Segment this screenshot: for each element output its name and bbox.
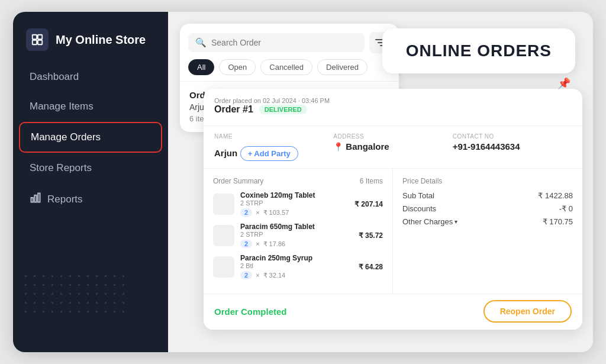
svg-rect-6: [38, 194, 40, 202]
x-icon-1: ×: [256, 240, 259, 247]
store-name: My Online Store: [56, 33, 146, 47]
pin-icon[interactable]: 📌: [557, 77, 570, 90]
svg-rect-1: [38, 35, 42, 39]
tab-cancelled[interactable]: Cancelled: [260, 59, 312, 75]
sidebar: My Online Store Dashboard Manage Items M…: [13, 12, 168, 352]
order-completed-text: Order Completed: [214, 307, 287, 317]
x-icon-0: ×: [256, 209, 259, 216]
unit-price-1: ₹ 17.86: [263, 240, 286, 248]
qty-badge-0: 2: [240, 208, 252, 217]
product-item-0: Coxineb 120mg Tablet 2 STRP 2 × ₹ 103.57…: [213, 191, 383, 217]
search-input[interactable]: [211, 38, 357, 47]
product-total-1: ₹ 35.72: [359, 231, 383, 240]
product-name-0: Coxineb 120mg Tablet: [240, 191, 349, 199]
sub-total-label: Sub Total: [402, 191, 434, 200]
product-info-1: Paracim 650mg Tablet 2 STRP 2 × ₹ 17.86: [240, 223, 353, 248]
price-details-section: Price Details Sub Total ₹ 1422.88 Discou…: [393, 169, 582, 294]
search-bar: 🔍: [180, 24, 399, 59]
product-total-0: ₹ 207.14: [354, 200, 383, 208]
store-reports-label: Store Reports: [30, 162, 92, 174]
product-sub-1: 2 STRP: [240, 231, 353, 238]
sub-total-row: Sub Total ₹ 1422.88: [402, 191, 573, 200]
product-item-1: Paracim 650mg Tablet 2 STRP 2 × ₹ 17.86 …: [213, 223, 383, 248]
tab-delivered[interactable]: Delivered: [317, 59, 368, 75]
sidebar-item-store-reports[interactable]: Store Reports: [19, 154, 162, 182]
manage-orders-label: Manage Orders: [31, 131, 101, 143]
info-address-value: Bangalore: [346, 141, 389, 152]
product-qty-price-1: 2 × ₹ 17.86: [240, 240, 353, 248]
bar-chart-icon: [30, 192, 41, 207]
online-orders-text: ONLINE ORDERS: [406, 41, 552, 60]
order-detail-card: Order placed on 02 Jul 2024 · 03:46 PM O…: [204, 89, 582, 330]
product-sub-0: 2 STRP: [240, 199, 349, 207]
sidebar-nav: Dashboard Manage Items Manage Orders Sto…: [13, 63, 168, 215]
other-charges-value: ₹ 170.75: [543, 217, 573, 226]
sidebar-item-reports[interactable]: Reports: [19, 183, 162, 215]
svg-rect-0: [33, 35, 37, 39]
order-summary-section: Order Summary 6 Items Coxineb 120mg Tabl…: [204, 169, 393, 294]
product-info-0: Coxineb 120mg Tablet 2 STRP 2 × ₹ 103.57: [240, 191, 349, 217]
sub-total-value: ₹ 1422.88: [538, 191, 573, 200]
product-qty-price-0: 2 × ₹ 103.57: [240, 208, 349, 217]
info-address-group: ADDRESS 📍 Bangalore: [333, 133, 452, 161]
unit-price-2: ₹ 32.14: [263, 272, 286, 279]
sidebar-item-dashboard[interactable]: Dashboard: [19, 63, 162, 91]
product-image-1: [213, 225, 234, 246]
product-qty-price-2: 2 × ₹ 32.14: [240, 271, 353, 279]
order-placed-text: Order placed on 02 Jul 2024 · 03:46 PM: [214, 97, 572, 104]
product-item-2: Paracin 250mg Syrup 2 Btl 2 × ₹ 32.14 ₹ …: [213, 254, 383, 279]
x-icon-2: ×: [256, 272, 259, 279]
order-detail-footer: Order Completed Reopen Order: [204, 294, 582, 330]
order-tabs: All Open Cancelled Delivered: [180, 59, 399, 81]
online-orders-badge: ONLINE ORDERS: [382, 28, 575, 73]
sidebar-item-manage-items[interactable]: Manage Items: [19, 92, 162, 121]
manage-items-label: Manage Items: [30, 101, 94, 112]
order-summary-title: Order Summary 6 Items: [213, 177, 383, 185]
discounts-value: -₹ 0: [559, 204, 573, 213]
qty-badge-1: 2: [240, 240, 252, 248]
product-sub-2: 2 Btl: [240, 262, 353, 269]
sidebar-logo: My Online Store: [13, 12, 168, 63]
svg-rect-5: [34, 195, 36, 202]
order-detail-header-top: Order #1 DELIVERED: [214, 104, 572, 115]
sidebar-item-manage-orders[interactable]: Manage Orders: [19, 122, 162, 153]
chevron-down-icon: ▾: [454, 218, 457, 225]
charges-label[interactable]: Other Charges ▾: [402, 217, 457, 226]
address-wrap: 📍 Bangalore: [333, 141, 452, 152]
product-info-2: Paracin 250mg Syrup 2 Btl 2 × ₹ 32.14: [240, 254, 353, 279]
other-charges-label: Other Charges: [402, 217, 453, 226]
order-detail-body: Order Summary 6 Items Coxineb 120mg Tabl…: [204, 169, 582, 294]
dashboard-label: Dashboard: [30, 71, 79, 83]
product-image-2: [213, 256, 234, 278]
product-image-0: [213, 194, 234, 215]
contact-label: CONTACT NO: [453, 133, 572, 140]
discounts-label: Discounts: [402, 204, 436, 213]
svg-rect-4: [31, 198, 33, 202]
order-detail-id: Order #1: [214, 104, 253, 115]
name-label: NAME: [214, 133, 333, 140]
search-icon: 🔍: [195, 37, 207, 48]
tab-all[interactable]: All: [188, 59, 214, 75]
qty-badge-2: 2: [240, 271, 252, 279]
location-icon: 📍: [333, 142, 343, 152]
product-name-1: Paracim 650mg Tablet: [240, 223, 353, 231]
add-party-button[interactable]: + Add Party: [240, 146, 298, 161]
unit-price-0: ₹ 103.57: [263, 209, 289, 217]
other-charges-row: Other Charges ▾ ₹ 170.75: [402, 217, 573, 226]
search-input-wrap[interactable]: 🔍: [188, 33, 365, 52]
detail-status-badge: DELIVERED: [259, 105, 307, 114]
svg-rect-3: [38, 40, 42, 44]
reports-label: Reports: [47, 194, 83, 205]
order-detail-header: Order placed on 02 Jul 2024 · 03:46 PM O…: [204, 89, 582, 126]
discounts-row: Discounts -₹ 0: [402, 204, 573, 213]
dot-grid-decoration: document.currentScript.insertAdjacentHTM…: [25, 275, 128, 317]
product-total-2: ₹ 64.28: [359, 263, 383, 271]
reopen-order-button[interactable]: Reopen Order: [483, 300, 572, 323]
tab-open[interactable]: Open: [219, 59, 256, 75]
product-name-2: Paracin 250mg Syrup: [240, 254, 353, 262]
svg-rect-2: [33, 40, 37, 44]
info-contact-value: +91-9164443634: [453, 141, 520, 152]
price-details-title: Price Details: [402, 177, 573, 185]
main-window: My Online Store Dashboard Manage Items M…: [13, 12, 593, 352]
order-detail-info: NAME Arjun + Add Party ADDRESS 📍 Bangalo…: [204, 126, 582, 169]
